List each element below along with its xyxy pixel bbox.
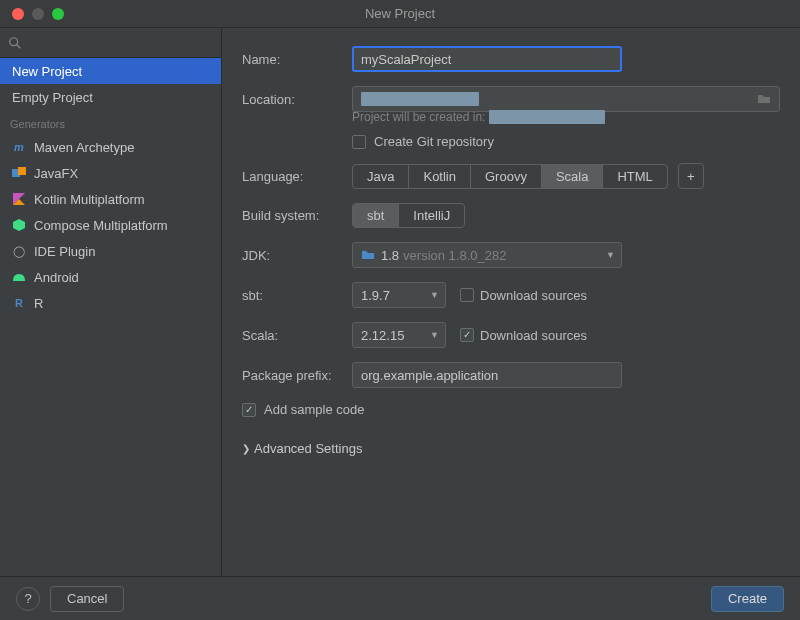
search-row bbox=[0, 28, 221, 58]
svg-point-0 bbox=[10, 37, 18, 45]
advanced-label: Advanced Settings bbox=[254, 441, 362, 456]
generators-heading: Generators bbox=[0, 110, 221, 134]
scala-download-label: Download sources bbox=[480, 328, 587, 343]
svg-line-1 bbox=[17, 44, 21, 48]
sidebar-item-maven-archetype[interactable]: m Maven Archetype bbox=[0, 134, 221, 160]
build-sbt[interactable]: sbt bbox=[353, 204, 399, 227]
sidebar-item-label: Maven Archetype bbox=[34, 140, 134, 155]
form-area: Name: Location: Project will be created … bbox=[222, 28, 800, 576]
sbt-download-label: Download sources bbox=[480, 288, 587, 303]
search-icon[interactable] bbox=[8, 36, 22, 50]
chevron-down-icon: ▼ bbox=[430, 290, 439, 300]
sample-checkbox[interactable] bbox=[242, 403, 256, 417]
maven-icon: m bbox=[12, 140, 26, 154]
sidebar: New Project Empty Project Generators m M… bbox=[0, 28, 222, 576]
language-label: Language: bbox=[242, 169, 352, 184]
language-kotlin[interactable]: Kotlin bbox=[409, 165, 471, 188]
sidebar-item-label: Empty Project bbox=[12, 90, 93, 105]
sidebar-item-javafx[interactable]: JavaFX bbox=[0, 160, 221, 186]
window-controls bbox=[0, 8, 64, 20]
sbt-label: sbt: bbox=[242, 288, 352, 303]
create-button[interactable]: Create bbox=[711, 586, 784, 612]
language-scala[interactable]: Scala bbox=[542, 165, 604, 188]
folder-icon bbox=[361, 249, 375, 261]
scala-download-checkbox[interactable] bbox=[460, 328, 474, 342]
sample-label: Add sample code bbox=[264, 402, 364, 417]
maximize-window-icon[interactable] bbox=[52, 8, 64, 20]
package-input[interactable] bbox=[352, 362, 622, 388]
sidebar-item-label: New Project bbox=[12, 64, 82, 79]
jdk-label: JDK: bbox=[242, 248, 352, 263]
name-label: Name: bbox=[242, 52, 352, 67]
plugin-icon: ◯ bbox=[12, 244, 26, 258]
advanced-settings-toggle[interactable]: ❯ Advanced Settings bbox=[242, 441, 780, 456]
jdk-version: version 1.8.0_282 bbox=[403, 248, 506, 263]
sbt-value: 1.9.7 bbox=[361, 288, 390, 303]
chevron-right-icon: ❯ bbox=[242, 443, 250, 454]
add-language-button[interactable]: + bbox=[678, 163, 704, 189]
sidebar-item-label: Android bbox=[34, 270, 79, 285]
language-segment: Java Kotlin Groovy Scala HTML bbox=[352, 164, 668, 189]
package-label: Package prefix: bbox=[242, 368, 352, 383]
jdk-dropdown[interactable]: 1.8 version 1.8.0_282 ▼ bbox=[352, 242, 622, 268]
sidebar-item-ide-plugin[interactable]: ◯ IDE Plugin bbox=[0, 238, 221, 264]
svg-rect-3 bbox=[18, 167, 26, 175]
javafx-icon bbox=[12, 166, 26, 180]
sidebar-item-kotlin-multiplatform[interactable]: Kotlin Multiplatform bbox=[0, 186, 221, 212]
build-label: Build system: bbox=[242, 208, 352, 223]
sidebar-item-label: IDE Plugin bbox=[34, 244, 95, 259]
sbt-download-checkbox[interactable] bbox=[460, 288, 474, 302]
sidebar-item-new-project[interactable]: New Project bbox=[0, 58, 221, 84]
sidebar-item-label: Kotlin Multiplatform bbox=[34, 192, 145, 207]
bottom-bar: ? Cancel Create bbox=[0, 576, 800, 620]
sidebar-item-android[interactable]: Android bbox=[0, 264, 221, 290]
help-button[interactable]: ? bbox=[16, 587, 40, 611]
location-hint-row: Project will be created in: bbox=[352, 110, 780, 124]
scala-label: Scala: bbox=[242, 328, 352, 343]
kotlin-icon bbox=[12, 192, 26, 206]
language-java[interactable]: Java bbox=[353, 165, 409, 188]
r-icon: R bbox=[12, 296, 26, 310]
sidebar-item-compose-multiplatform[interactable]: Compose Multiplatform bbox=[0, 212, 221, 238]
sidebar-item-label: JavaFX bbox=[34, 166, 78, 181]
location-hint: Project will be created in: bbox=[352, 110, 485, 124]
android-icon bbox=[12, 270, 26, 284]
git-checkbox[interactable] bbox=[352, 135, 366, 149]
minimize-window-icon[interactable] bbox=[32, 8, 44, 20]
scala-dropdown[interactable]: 2.12.15 ▼ bbox=[352, 322, 446, 348]
scala-value: 2.12.15 bbox=[361, 328, 404, 343]
language-html[interactable]: HTML bbox=[603, 165, 666, 188]
build-intellij[interactable]: IntelliJ bbox=[399, 204, 464, 227]
chevron-down-icon: ▼ bbox=[606, 250, 615, 260]
svg-marker-6 bbox=[13, 219, 25, 231]
folder-icon[interactable] bbox=[757, 93, 771, 105]
name-input[interactable] bbox=[352, 46, 622, 72]
location-redacted bbox=[361, 92, 479, 106]
location-label: Location: bbox=[242, 92, 352, 107]
chevron-down-icon: ▼ bbox=[430, 330, 439, 340]
sidebar-item-label: R bbox=[34, 296, 43, 311]
sidebar-item-r[interactable]: R R bbox=[0, 290, 221, 316]
sidebar-item-label: Compose Multiplatform bbox=[34, 218, 168, 233]
location-input[interactable] bbox=[352, 86, 780, 112]
cancel-button[interactable]: Cancel bbox=[50, 586, 124, 612]
build-segment: sbt IntelliJ bbox=[352, 203, 465, 228]
sidebar-item-empty-project[interactable]: Empty Project bbox=[0, 84, 221, 110]
window-title: New Project bbox=[0, 6, 800, 21]
sbt-dropdown[interactable]: 1.9.7 ▼ bbox=[352, 282, 446, 308]
compose-icon bbox=[12, 218, 26, 232]
language-groovy[interactable]: Groovy bbox=[471, 165, 542, 188]
git-label: Create Git repository bbox=[374, 134, 494, 149]
titlebar: New Project bbox=[0, 0, 800, 28]
jdk-value: 1.8 bbox=[381, 248, 399, 263]
location-hint-redacted bbox=[489, 110, 605, 124]
close-window-icon[interactable] bbox=[12, 8, 24, 20]
